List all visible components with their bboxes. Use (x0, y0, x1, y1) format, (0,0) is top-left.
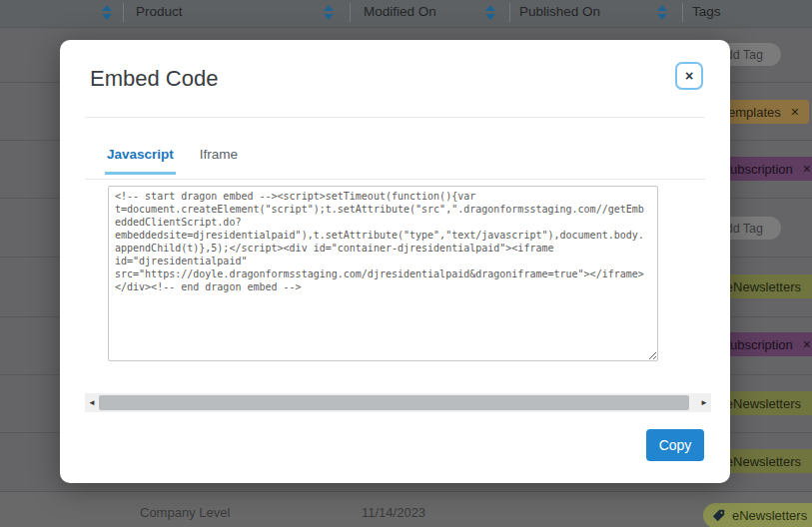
column-divider (509, 3, 510, 22)
tab-iframe[interactable]: Iframe (198, 147, 240, 175)
table-header-row: Product Modified On Published On Tags (0, 0, 812, 28)
column-header-published-on[interactable]: Published On (519, 4, 600, 19)
remove-tag-icon[interactable]: × (803, 162, 811, 176)
tab-javascript[interactable]: Javascript (105, 147, 176, 175)
tag-icon (712, 509, 725, 522)
remove-tag-icon[interactable]: × (791, 105, 799, 119)
column-divider (350, 3, 351, 22)
cell-product: Company Level (140, 505, 230, 520)
column-divider (682, 3, 683, 22)
column-divider (123, 3, 124, 22)
horizontal-scrollbar[interactable]: ◄ ► (85, 393, 711, 412)
scrollbar-thumb[interactable] (99, 395, 689, 410)
sort-icon[interactable] (102, 5, 112, 20)
scroll-left-icon[interactable]: ◄ (85, 393, 99, 412)
scroll-right-icon[interactable]: ► (697, 393, 711, 412)
column-header-tags[interactable]: Tags (692, 4, 721, 19)
copy-button[interactable]: Copy (646, 429, 704, 461)
tabs-divider (85, 179, 705, 180)
embed-code-modal: Embed Code × Javascript Iframe <!-- star… (60, 40, 730, 483)
tag-label: Subscription (721, 337, 793, 352)
column-header-modified-on[interactable]: Modified On (364, 4, 436, 19)
tag-label: eNewsletters (726, 396, 801, 411)
tag-label: eNewsletters (726, 454, 801, 469)
column-header-product[interactable]: Product (136, 4, 183, 19)
sort-icon[interactable] (324, 5, 334, 20)
close-icon[interactable]: × (675, 62, 703, 90)
embed-tabs: Javascript Iframe (105, 147, 240, 175)
remove-tag-icon[interactable]: × (803, 337, 811, 351)
tag-label: Subscription (721, 162, 793, 177)
tag-badge-enewsletters[interactable]: eNewsletters (703, 503, 812, 527)
embed-code-textarea[interactable]: <!-- start dragon embed --><script>setTi… (108, 186, 658, 361)
tag-label: eNewsletters (726, 279, 801, 294)
header-divider (85, 117, 705, 118)
modal-title: Embed Code (90, 66, 218, 92)
cell-modified-on: 11/14/2023 (362, 505, 425, 520)
tag-label: eNewsletters (732, 508, 807, 523)
tag-label: Templates (722, 105, 781, 120)
sort-icon[interactable] (657, 5, 667, 20)
sort-icon[interactable] (485, 5, 495, 20)
